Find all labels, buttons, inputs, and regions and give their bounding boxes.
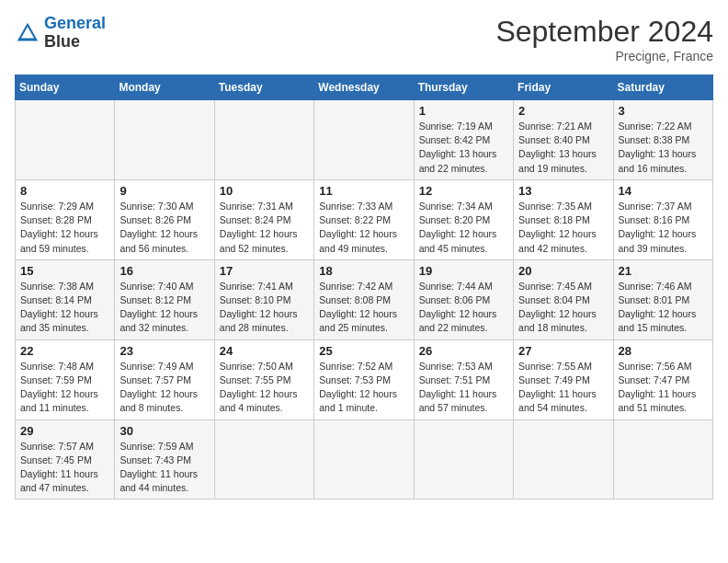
day-number: 20 [518,264,608,278]
day-info: Sunrise: 7:53 AMSunset: 7:51 PMDaylight:… [419,360,508,416]
day-number: 8 [20,184,109,198]
calendar-cell [214,419,313,500]
calendar-week-3: 15Sunrise: 7:38 AMSunset: 8:14 PMDayligh… [16,259,713,339]
day-number: 3 [619,104,708,118]
calendar-cell [214,100,313,180]
day-number: 24 [220,344,309,358]
calendar-cell [514,419,613,500]
calendar-cell [314,419,414,500]
page-header: General Blue September 2024 Precigne, Fr… [15,15,713,63]
day-number: 26 [419,344,508,358]
calendar-cell: 2Sunrise: 7:21 AMSunset: 8:40 PMDaylight… [514,100,613,180]
day-info: Sunrise: 7:57 AMSunset: 7:45 PMDaylight:… [20,440,109,496]
day-info: Sunrise: 7:21 AMSunset: 8:40 PMDaylight:… [518,120,608,176]
day-info: Sunrise: 7:46 AMSunset: 8:01 PMDaylight:… [619,280,708,336]
day-info: Sunrise: 7:48 AMSunset: 7:59 PMDaylight:… [20,360,109,416]
day-info: Sunrise: 7:49 AMSunset: 7:57 PMDaylight:… [119,360,209,416]
location: Precigne, France [495,49,713,63]
calendar-table: SundayMondayTuesdayWednesdayThursdayFrid… [15,75,713,500]
calendar-cell [115,100,214,180]
calendar-week-5: 29Sunrise: 7:57 AMSunset: 7:45 PMDayligh… [16,419,713,500]
calendar-cell: 19Sunrise: 7:44 AMSunset: 8:06 PMDayligh… [414,259,513,339]
calendar-cell [16,100,115,180]
calendar-cell: 9Sunrise: 7:30 AMSunset: 8:26 PMDaylight… [115,179,214,259]
day-info: Sunrise: 7:52 AMSunset: 7:53 PMDaylight:… [319,360,408,416]
calendar-header-row: SundayMondayTuesdayWednesdayThursdayFrid… [16,75,713,100]
day-number: 18 [319,264,408,278]
header-cell-tuesday: Tuesday [214,75,313,100]
day-info: Sunrise: 7:29 AMSunset: 8:28 PMDaylight:… [20,200,109,256]
day-number: 19 [419,264,508,278]
calendar-cell: 13Sunrise: 7:35 AMSunset: 8:18 PMDayligh… [514,179,613,259]
day-number: 11 [319,184,408,198]
day-info: Sunrise: 7:33 AMSunset: 8:22 PMDaylight:… [319,200,408,256]
calendar-cell: 3Sunrise: 7:22 AMSunset: 8:38 PMDaylight… [613,100,712,180]
day-number: 29 [20,424,109,438]
day-info: Sunrise: 7:38 AMSunset: 8:14 PMDaylight:… [20,280,109,336]
calendar-cell: 12Sunrise: 7:34 AMSunset: 8:20 PMDayligh… [414,179,513,259]
day-info: Sunrise: 7:55 AMSunset: 7:49 PMDaylight:… [518,360,608,416]
day-number: 2 [518,104,608,118]
calendar-cell: 15Sunrise: 7:38 AMSunset: 8:14 PMDayligh… [16,259,115,339]
day-number: 17 [220,264,309,278]
logo-icon [15,20,40,46]
calendar-body: 1Sunrise: 7:19 AMSunset: 8:42 PMDaylight… [16,100,713,500]
day-number: 10 [220,184,309,198]
calendar-cell: 17Sunrise: 7:41 AMSunset: 8:10 PMDayligh… [214,259,313,339]
calendar-cell: 21Sunrise: 7:46 AMSunset: 8:01 PMDayligh… [613,259,712,339]
day-number: 13 [518,184,608,198]
title-block: September 2024 Precigne, France [495,15,713,63]
calendar-cell: 26Sunrise: 7:53 AMSunset: 7:51 PMDayligh… [414,339,513,419]
calendar-cell: 30Sunrise: 7:59 AMSunset: 7:43 PMDayligh… [115,419,214,500]
day-info: Sunrise: 7:56 AMSunset: 7:47 PMDaylight:… [619,360,708,416]
calendar-cell [414,419,513,500]
calendar-cell: 20Sunrise: 7:45 AMSunset: 8:04 PMDayligh… [514,259,613,339]
calendar-cell: 11Sunrise: 7:33 AMSunset: 8:22 PMDayligh… [314,179,414,259]
day-number: 16 [119,264,209,278]
calendar-cell: 29Sunrise: 7:57 AMSunset: 7:45 PMDayligh… [16,419,115,500]
month-title: September 2024 [495,15,713,49]
header-cell-friday: Friday [514,75,613,100]
day-number: 22 [20,344,109,358]
day-info: Sunrise: 7:44 AMSunset: 8:06 PMDaylight:… [419,280,508,336]
logo-text: General Blue [44,15,106,52]
day-number: 27 [518,344,608,358]
header-cell-thursday: Thursday [414,75,513,100]
day-info: Sunrise: 7:45 AMSunset: 8:04 PMDaylight:… [518,280,608,336]
logo-line1: General [44,14,106,32]
header-cell-sunday: Sunday [16,75,115,100]
calendar-cell: 18Sunrise: 7:42 AMSunset: 8:08 PMDayligh… [314,259,414,339]
calendar-cell: 1Sunrise: 7:19 AMSunset: 8:42 PMDaylight… [414,100,513,180]
header-cell-monday: Monday [115,75,214,100]
day-info: Sunrise: 7:30 AMSunset: 8:26 PMDaylight:… [119,200,209,256]
day-info: Sunrise: 7:35 AMSunset: 8:18 PMDaylight:… [518,200,608,256]
header-cell-wednesday: Wednesday [314,75,414,100]
day-number: 12 [419,184,508,198]
calendar-cell: 27Sunrise: 7:55 AMSunset: 7:49 PMDayligh… [514,339,613,419]
calendar-cell [314,100,414,180]
logo: General Blue [15,15,106,52]
calendar-cell: 8Sunrise: 7:29 AMSunset: 8:28 PMDaylight… [16,179,115,259]
day-info: Sunrise: 7:34 AMSunset: 8:20 PMDaylight:… [419,200,508,256]
calendar-cell: 24Sunrise: 7:50 AMSunset: 7:55 PMDayligh… [214,339,313,419]
calendar-week-2: 8Sunrise: 7:29 AMSunset: 8:28 PMDaylight… [16,179,713,259]
calendar-cell: 23Sunrise: 7:49 AMSunset: 7:57 PMDayligh… [115,339,214,419]
day-info: Sunrise: 7:59 AMSunset: 7:43 PMDaylight:… [119,440,209,496]
calendar-cell: 16Sunrise: 7:40 AMSunset: 8:12 PMDayligh… [115,259,214,339]
day-info: Sunrise: 7:50 AMSunset: 7:55 PMDaylight:… [220,360,309,416]
header-cell-saturday: Saturday [613,75,712,100]
calendar-cell: 10Sunrise: 7:31 AMSunset: 8:24 PMDayligh… [214,179,313,259]
day-info: Sunrise: 7:41 AMSunset: 8:10 PMDaylight:… [220,280,309,336]
calendar-cell [613,419,712,500]
day-info: Sunrise: 7:40 AMSunset: 8:12 PMDaylight:… [119,280,209,336]
day-number: 1 [419,104,508,118]
calendar-cell: 14Sunrise: 7:37 AMSunset: 8:16 PMDayligh… [613,179,712,259]
calendar-week-1: 1Sunrise: 7:19 AMSunset: 8:42 PMDaylight… [16,100,713,180]
day-info: Sunrise: 7:22 AMSunset: 8:38 PMDaylight:… [619,120,708,176]
calendar-week-4: 22Sunrise: 7:48 AMSunset: 7:59 PMDayligh… [16,339,713,419]
day-info: Sunrise: 7:19 AMSunset: 8:42 PMDaylight:… [419,120,508,176]
calendar-cell: 22Sunrise: 7:48 AMSunset: 7:59 PMDayligh… [16,339,115,419]
day-number: 14 [619,184,708,198]
day-number: 28 [619,344,708,358]
day-info: Sunrise: 7:37 AMSunset: 8:16 PMDaylight:… [619,200,708,256]
